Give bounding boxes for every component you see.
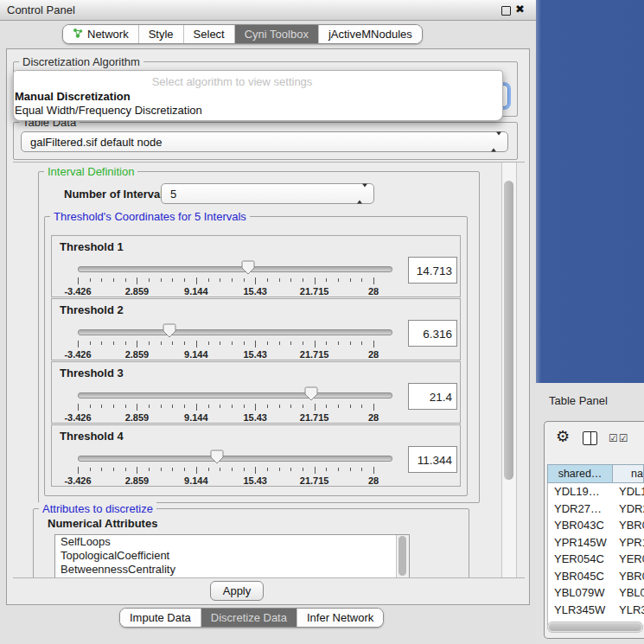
- table-horizontal-scrollbar[interactable]: [547, 622, 643, 633]
- slider-track: [78, 266, 392, 272]
- tab-label: Style: [149, 25, 174, 43]
- spinner-arrows-icon: [491, 136, 501, 149]
- threshold-2-slider[interactable]: -3.4262.8599.14415.4321.71528: [78, 318, 391, 358]
- cell-shared-name: YPR145W: [548, 534, 614, 552]
- table-row[interactable]: YBL079WYBL0: [548, 584, 644, 602]
- column-header-name[interactable]: na: [613, 464, 644, 483]
- slider-tick-labels: -3.4262.8599.14415.4321.71528: [78, 475, 391, 486]
- tick-label: 15.43: [243, 475, 267, 486]
- cell-shared-name: YBL079W: [548, 584, 614, 602]
- tick-label: -3.426: [64, 475, 91, 486]
- tick-label: 9.144: [184, 412, 208, 423]
- threshold-4-slider[interactable]: -3.4262.8599.14415.4321.71528: [78, 444, 391, 484]
- threshold-4-value-field[interactable]: 11.344: [408, 446, 457, 473]
- network-tab-icon: [73, 28, 83, 38]
- tick-label: 28: [368, 286, 379, 296]
- cell-name: YLR3: [614, 602, 644, 619]
- table-row[interactable]: YER054CYER0: [548, 551, 644, 568]
- table-panel-title: Table Panel: [549, 394, 608, 407]
- threshold-panel-2: Threshold 2-3.4262.8599.14415.4321.71528…: [51, 298, 461, 360]
- scrollbar-thumb[interactable]: [504, 181, 513, 480]
- numerical-attributes-label: Numerical Attributes: [48, 517, 157, 530]
- tab-network[interactable]: Network: [63, 25, 138, 43]
- threshold-1-value-field[interactable]: 14.713: [408, 257, 457, 284]
- table-row[interactable]: YDR27…YDR2: [548, 501, 644, 518]
- tick-label: 28: [368, 475, 379, 486]
- threshold-2-value-field[interactable]: 6.316: [408, 320, 457, 347]
- algorithm-option-equal-width[interactable]: Equal Width/Frequency Discretization: [15, 104, 202, 117]
- checkbox-icons[interactable]: ☑☑: [609, 432, 629, 444]
- slider-thumb[interactable]: [304, 386, 318, 401]
- numerical-attributes-list[interactable]: SelfLoopsTopologicalCoefficientBetweenne…: [54, 534, 410, 578]
- threshold-label: Threshold 1: [60, 240, 124, 253]
- settings-vertical-scrollbar[interactable]: [501, 163, 517, 577]
- control-panel: Control Panel ✖ NetworkStyleSelectCyni T…: [0, 0, 536, 644]
- table-data-combobox[interactable]: galFiltered.sif default node: [21, 131, 508, 152]
- float-panel-icon[interactable]: [501, 6, 511, 16]
- cell-name: YBR0: [614, 517, 644, 534]
- tick-label: 9.144: [184, 349, 208, 360]
- attributes-list-scrollbar[interactable]: [396, 535, 409, 578]
- attribute-item[interactable]: BetweennessCentrality: [55, 563, 409, 577]
- threshold-1-slider[interactable]: -3.4262.8599.14415.4321.71528: [78, 255, 391, 295]
- tab-label: Cyni Toolbox: [245, 25, 309, 43]
- cell-shared-name: YBR045C: [548, 568, 614, 585]
- tick-label: 21.715: [300, 349, 329, 360]
- gear-icon[interactable]: ⚙: [556, 427, 570, 446]
- table-row[interactable]: YDL19…YDL1: [548, 483, 644, 501]
- apply-button[interactable]: Apply: [210, 581, 264, 601]
- table-data-group: Table Data galFiltered.sif default node: [13, 122, 518, 160]
- slider-tick-labels: -3.4262.8599.14415.4321.71528: [78, 286, 391, 296]
- algorithm-option-manual[interactable]: Manual Discretization: [15, 90, 131, 103]
- tick-label: 9.144: [184, 286, 208, 296]
- slider-thumb[interactable]: [210, 450, 224, 464]
- tick-label: 15.43: [243, 286, 267, 296]
- bottom-tab-discretize-data[interactable]: Discretize Data: [201, 609, 296, 627]
- algorithm-dropdown-hint: Select algorithm to view settings: [14, 75, 502, 88]
- split-view-icon[interactable]: [583, 431, 597, 445]
- slider-tick-labels: -3.4262.8599.14415.4321.71528: [78, 349, 391, 360]
- table-panel-window: ⚙ ☑☑ shared… na YDL19…YDL1YDR27…YDR2YBR0…: [544, 421, 644, 639]
- thresholds-group-title: Threshold's Coordinates for 5 Intervals: [50, 210, 250, 223]
- threshold-3-value-field[interactable]: 21.4: [408, 383, 457, 410]
- tab-label: Infer Network: [307, 609, 373, 627]
- tick-label: -3.426: [64, 286, 91, 296]
- tab-jactivemnodules[interactable]: jActiveMNodules: [318, 25, 422, 43]
- close-panel-icon[interactable]: ✖: [515, 3, 525, 16]
- number-of-intervals-spinner[interactable]: 5: [161, 183, 374, 204]
- discretization-algorithm-title: Discretization Algorithm: [19, 55, 143, 68]
- tab-label: jActiveMNodules: [328, 25, 412, 43]
- table-row[interactable]: YBR043CYBR0: [548, 517, 644, 534]
- threshold-panel-4: Threshold 4-3.4262.8599.14415.4321.71528…: [51, 424, 461, 487]
- slider-thumb[interactable]: [163, 323, 176, 338]
- tick-label: 2.859: [125, 412, 150, 423]
- threshold-panel-1: Threshold 1-3.4262.8599.14415.4321.71528…: [51, 235, 461, 297]
- number-of-intervals-value: 5: [170, 188, 176, 201]
- tick-label: 2.859: [125, 475, 150, 486]
- cytoscape-desktop: GAL80GACGAL11GAL4GCY1HHAP2: [536, 0, 644, 383]
- bottom-tab-impute-data[interactable]: Impute Data: [120, 609, 201, 627]
- cell-shared-name: YLR345W: [548, 602, 614, 619]
- control-panel-tabs: NetworkStyleSelectCyni ToolboxjActiveMNo…: [62, 24, 423, 44]
- tick-label: -3.426: [64, 349, 91, 360]
- cell-name: YDR2: [614, 501, 644, 518]
- attribute-item[interactable]: TopologicalCoefficient: [55, 549, 409, 563]
- threshold-3-slider[interactable]: -3.4262.8599.14415.4321.71528: [78, 381, 391, 421]
- tab-style[interactable]: Style: [138, 25, 183, 43]
- table-row[interactable]: YBR045CYBR0: [548, 568, 644, 585]
- tab-cyni-toolbox[interactable]: Cyni Toolbox: [234, 25, 318, 43]
- cyni-toolbox-panel: Discretization Algorithm Table Data galF…: [6, 48, 530, 605]
- tab-label: Network: [87, 25, 129, 43]
- table-row[interactable]: YPR145WYPR1: [548, 534, 644, 552]
- tick-label: 21.715: [300, 412, 329, 423]
- column-header-shared-name[interactable]: shared…: [547, 464, 613, 483]
- table-row[interactable]: YLR345WYLR3: [548, 602, 644, 619]
- slider-thumb[interactable]: [241, 260, 255, 275]
- slider-track: [78, 392, 392, 399]
- cell-name: YBL0: [614, 584, 644, 602]
- attribute-item[interactable]: SelfLoops: [55, 535, 409, 549]
- bottom-tab-infer-network[interactable]: Infer Network: [296, 609, 383, 627]
- settings-scrollpane: Interval Definition Number of Intervals …: [13, 162, 525, 578]
- table-rows: YDL19…YDL1YDR27…YDR2YBR043CYBR0YPR145WYP…: [547, 483, 644, 625]
- tab-select[interactable]: Select: [183, 25, 234, 43]
